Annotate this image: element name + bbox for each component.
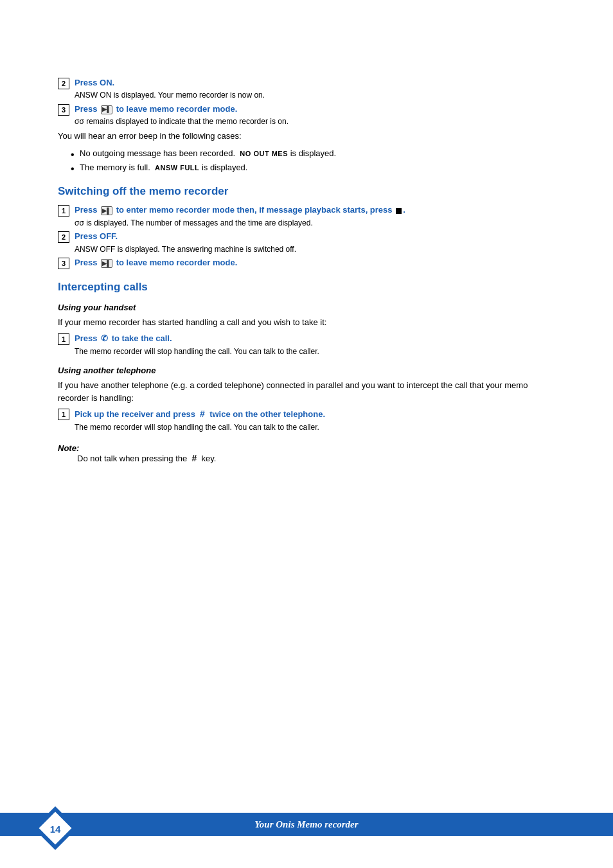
sw-step-2: 2 Press OFF. ANSW OFF is displayed. The … (58, 231, 555, 254)
sw-step-1-sub: σσ is displayed. The number of messages … (75, 218, 555, 229)
section-switching-title: Switching off the memo recorder (58, 185, 555, 198)
handset-step-num-1: 1 (58, 333, 69, 345)
sw-press-go-text: Press ▶▌ to enter memo recorder mode the… (75, 205, 405, 215)
another-intro: If you have another telephone (e.g. a co… (58, 379, 555, 404)
phone-icon: ✆ (101, 333, 108, 344)
no-out-mes: NO OUT MES (240, 150, 288, 157)
step-2-on: 2 Press ON. ANSW ON is displayed. Your m… (58, 77, 555, 101)
press-on-text: Press ON. (75, 78, 114, 87)
step-3-sub: σσ remains displayed to indicate that th… (75, 116, 555, 127)
handset-intro: If your memo recorder has started handli… (58, 316, 555, 329)
sw-step-1: 1 Press ▶▌ to enter memo recorder mode t… (58, 204, 555, 228)
list-item: No outgoing message has been recorded. N… (71, 147, 555, 160)
sw-step-2-content: Press OFF. ANSW OFF is displayed. The an… (75, 231, 555, 254)
sw-step-num-3: 3 (58, 258, 69, 269)
note-text: Do not talk when pressing the # key. (77, 454, 216, 463)
pickup-hash-text: Pick up the receiver and press # twice o… (75, 409, 325, 419)
sw-step-num-1: 1 (58, 205, 69, 217)
step-3-go-leave: 3 Press ▶▌ to leave memo recorder mode. … (58, 103, 555, 127)
page-content: 2 Press ON. ANSW ON is displayed. Your m… (0, 0, 613, 515)
press-off-text: Press OFF. (75, 231, 118, 241)
handset-step-1-content: Press ✆ to take the call. The memo recor… (75, 333, 555, 357)
another-step-1: 1 Pick up the receiver and press # twice… (58, 408, 555, 432)
footer-text: Your Onis Memo recorder (254, 819, 358, 830)
handset-step-1-sub: The memo recorder will stop handling the… (75, 346, 555, 357)
step-2-content: Press ON. ANSW ON is displayed. Your mem… (75, 77, 555, 101)
sw-step-2-line: Press OFF. (75, 231, 555, 242)
hash-icon-note: # (192, 453, 197, 463)
note-label: Note: (58, 443, 79, 453)
sw-step-1-content: Press ▶▌ to enter memo recorder mode the… (75, 204, 555, 228)
error-intro: You will hear an error beep in the follo… (58, 130, 555, 143)
go-icon-sw3: ▶▌ (101, 259, 112, 268)
step-3-line: Press ▶▌ to leave memo recorder mode. (75, 103, 555, 115)
handset-step-1: 1 Press ✆ to take the call. The memo rec… (58, 333, 555, 357)
subsection-another-title: Using another telephone (58, 366, 555, 375)
sw-press-go-leave-text: Press ▶▌ to leave memo recorder mode. (75, 258, 237, 267)
go-icon: ▶▌ (101, 105, 112, 114)
sw-step-3-line: Press ▶▌ to leave memo recorder mode. (75, 257, 555, 269)
another-step-1-line: Pick up the receiver and press # twice o… (75, 408, 555, 421)
section-intercepting-title: Intercepting calls (58, 281, 555, 294)
hash-icon-step: # (200, 409, 205, 419)
step-3-content: Press ▶▌ to leave memo recorder mode. σσ… (75, 103, 555, 127)
step-2-line: Press ON. (75, 77, 555, 89)
bullet-list: No outgoing message has been recorded. N… (71, 147, 555, 173)
go-icon-sw1: ▶▌ (101, 206, 112, 215)
step-num-2: 2 (58, 78, 69, 89)
list-item: The memory is full. ANSW FULL is display… (71, 161, 555, 174)
subsection-handset-title: Using your handset (58, 303, 555, 312)
note-block: Note: Do not talk when pressing the # ke… (58, 443, 555, 463)
sw-step-2-sub: ANSW OFF is displayed. The answering mac… (75, 244, 555, 255)
footer-bar: Your Onis Memo recorder (0, 813, 613, 836)
another-step-num-1: 1 (58, 409, 69, 420)
sw-step-num-2: 2 (58, 231, 69, 243)
step-2-sub: ANSW ON is displayed. Your memo recorder… (75, 90, 555, 101)
another-step-1-content: Pick up the receiver and press # twice o… (75, 408, 555, 432)
sw-step-1-line: Press ▶▌ to enter memo recorder mode the… (75, 204, 555, 216)
answ-full: ANSW FULL (155, 164, 199, 172)
press-go-leave-text: Press ▶▌ to leave memo recorder mode. (75, 104, 237, 114)
stop-icon-sw1 (396, 208, 402, 214)
step-num-3: 3 (58, 104, 69, 116)
sw-step-3: 3 Press ▶▌ to leave memo recorder mode. (58, 257, 555, 269)
footer-page-num: 14 (44, 817, 67, 840)
another-step-1-sub: The memo recorder will stop handling the… (75, 422, 555, 433)
sw-step-3-content: Press ▶▌ to leave memo recorder mode. (75, 257, 555, 269)
press-phone-text: Press ✆ to take the call. (75, 333, 172, 343)
handset-step-1-line: Press ✆ to take the call. (75, 333, 555, 345)
